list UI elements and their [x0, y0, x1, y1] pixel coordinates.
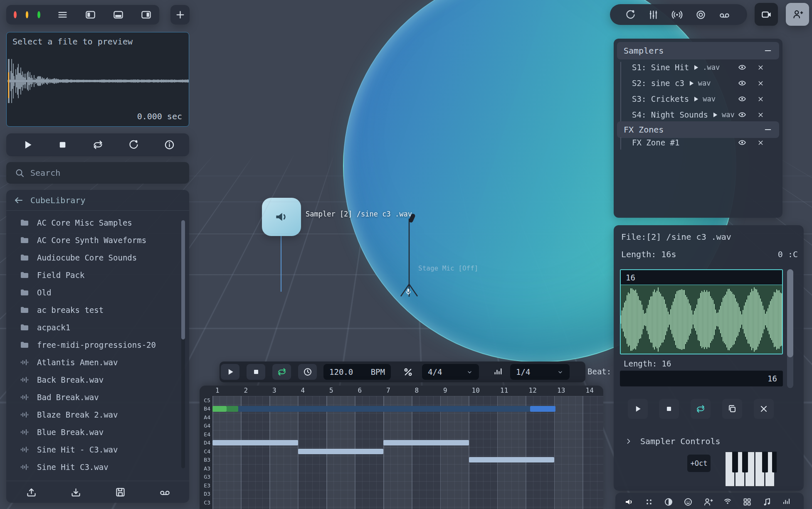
- preview-playhead[interactable]: [8, 72, 9, 98]
- black-key[interactable]: [762, 452, 768, 472]
- metronome-button[interactable]: [298, 364, 317, 380]
- midi-note[interactable]: [212, 440, 298, 445]
- midi-note[interactable]: [298, 449, 384, 454]
- broadcast-icon[interactable]: [671, 9, 683, 20]
- voicemail-icon[interactable]: [719, 9, 730, 20]
- back-icon[interactable]: [14, 195, 24, 205]
- piano-roll-grid[interactable]: [212, 396, 603, 509]
- save-icon[interactable]: [115, 487, 126, 498]
- stop-icon[interactable]: [57, 139, 68, 150]
- midi-note[interactable]: [212, 406, 227, 412]
- quantize-select[interactable]: 1/4: [510, 364, 570, 380]
- duplicate-button[interactable]: [722, 399, 742, 419]
- library-file-row[interactable]: Back Break.wav: [6, 371, 189, 389]
- loop-button[interactable]: [691, 399, 711, 419]
- minimize-window-button[interactable]: [26, 11, 29, 18]
- stop-button[interactable]: [659, 399, 679, 419]
- close-window-button[interactable]: [14, 11, 17, 18]
- close-icon[interactable]: [757, 96, 764, 103]
- user-icon[interactable]: [703, 497, 713, 507]
- stage-mic[interactable]: [394, 211, 427, 300]
- close-icon[interactable]: [757, 80, 764, 87]
- fx-zone-row[interactable]: FX Zone #1: [614, 135, 782, 150]
- add-button[interactable]: [170, 5, 190, 25]
- play-button[interactable]: [221, 364, 239, 380]
- collapse-icon[interactable]: [763, 125, 773, 134]
- sampler-row[interactable]: S3: Cricketswav: [614, 91, 782, 107]
- volume-icon[interactable]: [624, 497, 634, 507]
- library-file-row[interactable]: Sine Hit C3.wav: [6, 458, 189, 476]
- mic-icon[interactable]: [404, 288, 412, 296]
- eye-icon[interactable]: [738, 138, 746, 147]
- panel-left-icon[interactable]: [85, 9, 96, 20]
- library-file-row[interactable]: Bad Break.wav: [6, 389, 189, 406]
- library-folder-row[interactable]: Audiocube Core Sounds: [6, 249, 189, 266]
- library-folder-row[interactable]: ac breaks test: [6, 301, 189, 319]
- note-icon[interactable]: [762, 497, 772, 507]
- stop-button[interactable]: [247, 364, 265, 380]
- eye-icon[interactable]: [738, 79, 746, 87]
- loop-icon[interactable]: [92, 139, 104, 150]
- camera-button[interactable]: [755, 3, 778, 26]
- library-folder-row[interactable]: AC Core Misc Samples: [6, 214, 189, 231]
- search-input[interactable]: Search: [6, 162, 189, 184]
- midi-note[interactable]: [238, 406, 530, 412]
- region-start-field[interactable]: 16: [621, 270, 782, 285]
- panel-bottom-icon[interactable]: [113, 9, 124, 20]
- meter-icon[interactable]: [782, 497, 792, 507]
- sample-waveform[interactable]: [621, 285, 782, 354]
- midi-note[interactable]: [383, 440, 469, 445]
- meter-button[interactable]: [491, 364, 506, 380]
- menu-icon[interactable]: [57, 9, 68, 20]
- library-folder-row[interactable]: acpack1: [6, 319, 189, 336]
- play-icon[interactable]: [22, 139, 33, 150]
- library-file-row[interactable]: Sine Hit - C3.wav: [6, 441, 189, 458]
- scrollbar-thumb[interactable]: [181, 220, 185, 339]
- target-icon[interactable]: [695, 9, 706, 20]
- info-icon[interactable]: [164, 139, 175, 150]
- library-folder-row[interactable]: Field Pack: [6, 266, 189, 284]
- zoom-window-button[interactable]: [37, 11, 40, 18]
- panel-right-icon[interactable]: [141, 9, 152, 20]
- time-signature-select[interactable]: 4/4: [422, 364, 479, 380]
- play-icon[interactable]: [692, 64, 699, 71]
- grid-icon[interactable]: [742, 497, 752, 507]
- collapse-icon[interactable]: [763, 46, 773, 55]
- remove-button[interactable]: [754, 399, 774, 419]
- close-icon[interactable]: [757, 64, 764, 71]
- mini-keyboard[interactable]: [725, 452, 777, 487]
- midi-note[interactable]: [530, 406, 556, 412]
- scrollbar-thumb[interactable]: [787, 269, 793, 357]
- piano-roll-ruler[interactable]: 1234567891011121314: [200, 386, 603, 396]
- file-panel-scrollbar[interactable]: [787, 269, 793, 388]
- bpm-value[interactable]: 120.0: [329, 367, 353, 376]
- midi-note[interactable]: [227, 406, 238, 412]
- loop-button[interactable]: [272, 364, 291, 380]
- eye-icon[interactable]: [738, 95, 746, 103]
- eye-icon[interactable]: [738, 111, 746, 119]
- record-icon[interactable]: [128, 139, 139, 150]
- pan-icon[interactable]: [664, 497, 674, 507]
- library-file-row[interactable]: Blue Break.wav: [6, 423, 189, 441]
- midi-note[interactable]: [469, 457, 555, 462]
- close-icon[interactable]: [757, 139, 764, 146]
- bpm-field[interactable]: 120.0 BPM: [323, 364, 391, 380]
- play-icon[interactable]: [692, 96, 699, 103]
- voicemail-icon[interactable]: [159, 487, 170, 498]
- sampler-controls-toggle[interactable]: Sampler Controls: [624, 436, 721, 446]
- library-folder-row[interactable]: AC Core Synth Waveforms: [6, 231, 189, 249]
- sampler-row[interactable]: S2: sine c3wav: [614, 75, 782, 91]
- play-icon[interactable]: [711, 111, 718, 118]
- black-key[interactable]: [732, 452, 738, 472]
- sampler-object[interactable]: [262, 198, 301, 236]
- add-user-button[interactable]: [786, 3, 809, 26]
- record-icon[interactable]: [625, 9, 636, 20]
- library-folder-row[interactable]: free-midi-progressions-20: [6, 336, 189, 354]
- dots-grid-icon[interactable]: [644, 497, 654, 507]
- play-icon[interactable]: [688, 80, 695, 87]
- sampler-row[interactable]: S1: Sine Hit.wav: [614, 59, 782, 75]
- play-button[interactable]: [628, 399, 648, 419]
- region-end-field[interactable]: 16: [620, 371, 783, 386]
- upload-icon[interactable]: [26, 487, 37, 498]
- sample-waveform-box[interactable]: 16: [620, 269, 783, 354]
